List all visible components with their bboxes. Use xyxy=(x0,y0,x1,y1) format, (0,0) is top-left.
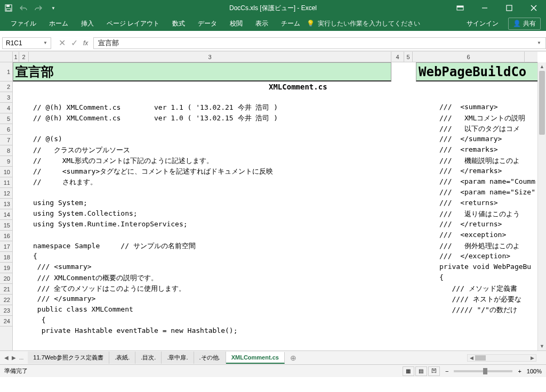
code-row[interactable]: /// </summary> xyxy=(33,295,95,303)
formula-input[interactable]: 宣言部 ▼ xyxy=(93,37,546,49)
enter-formula-icon[interactable]: ✓ xyxy=(71,38,78,48)
section-title-right[interactable]: WebPageBuildCo xyxy=(416,62,546,81)
code-row[interactable]: /// XMLCommentの概要の説明です。 xyxy=(33,273,158,283)
select-all-corner[interactable] xyxy=(0,52,13,62)
code-row-right[interactable]: /// <returns> xyxy=(439,199,546,207)
code-row-right[interactable]: /// 例外処理はこのよ xyxy=(439,241,546,251)
cancel-formula-icon[interactable]: ✕ xyxy=(59,38,66,48)
code-row-right[interactable]: /// <remarks> xyxy=(439,145,546,153)
tell-me-box[interactable]: 💡 実行したい作業を入力してください xyxy=(307,19,420,28)
close-icon[interactable] xyxy=(521,0,546,16)
fx-icon[interactable]: fx xyxy=(83,39,88,47)
code-row-right[interactable]: ///// "/"の数だけ xyxy=(439,305,546,315)
chevron-down-icon[interactable]: ▼ xyxy=(43,40,47,45)
undo-icon[interactable] xyxy=(19,4,28,12)
row-header-20[interactable]: 20 xyxy=(0,273,12,284)
sheet-tab[interactable]: .章中扉. xyxy=(162,352,194,364)
row-header-17[interactable]: 17 xyxy=(0,241,12,252)
scroll-up-icon[interactable]: ▲ xyxy=(538,62,546,71)
zoom-knob[interactable] xyxy=(483,368,487,374)
code-row-right[interactable]: /// <param name="Coumm xyxy=(439,177,546,185)
tab-review[interactable]: 校閲 xyxy=(223,16,249,31)
sheet-tab-active[interactable]: XMLComment.cs xyxy=(226,352,285,364)
add-sheet-icon[interactable]: ⊕ xyxy=(285,354,302,362)
code-row-right[interactable]: /// </exception> xyxy=(439,252,546,260)
signin-link[interactable]: サインイン xyxy=(467,19,499,28)
row-header-24[interactable]: 24 xyxy=(0,316,12,326)
row-header-12[interactable]: 12 xyxy=(0,188,12,199)
code-row[interactable]: // クラスのサンプルソース xyxy=(33,145,130,155)
sheet-tab[interactable]: .目次. xyxy=(135,352,162,364)
cell-grid[interactable]: 宣言部 WebPageBuildCo XMLComment.cs // @(h)… xyxy=(13,62,537,350)
save-icon[interactable] xyxy=(4,4,13,12)
col-header-3[interactable]: 3 xyxy=(29,52,391,62)
sheet-tab[interactable]: .表紙. xyxy=(109,352,135,364)
code-row[interactable]: // されます。 xyxy=(33,177,97,187)
row-header-5[interactable]: 5 xyxy=(0,113,12,124)
col-header-1[interactable]: 1 xyxy=(13,52,19,62)
filename-label[interactable]: XMLComment.cs xyxy=(269,83,327,91)
row-header-18[interactable]: 18 xyxy=(0,252,12,263)
code-row[interactable]: private Hashtable eventTable = new Hasht… xyxy=(33,326,238,334)
tab-insert[interactable]: 挿入 xyxy=(75,16,100,31)
code-row[interactable]: // @(s) xyxy=(33,135,62,143)
code-row-right[interactable]: /// 以下のタグはコメ xyxy=(439,124,546,134)
tab-data[interactable]: データ xyxy=(191,16,223,31)
code-row[interactable]: // XML形式のコメントは下記のように記述します。 xyxy=(33,156,213,166)
redo-icon[interactable] xyxy=(34,4,43,12)
tab-formulas[interactable]: 数式 xyxy=(166,16,191,31)
row-header-13[interactable]: 13 xyxy=(0,199,12,209)
code-row[interactable]: namespace Sample // サンプルの名前空間 xyxy=(33,241,196,251)
zoom-in-icon[interactable]: + xyxy=(518,368,521,374)
scroll-left-icon[interactable]: ◀ xyxy=(468,355,475,361)
code-row[interactable]: using System; xyxy=(33,199,87,207)
code-row[interactable]: // @(h) XMLComment.cs ver 1.0 ( '13.02.1… xyxy=(33,113,278,123)
row-header-6[interactable]: 6 xyxy=(0,124,12,135)
sheet-nav-last-icon[interactable]: ▶ xyxy=(12,355,16,361)
scroll-right-icon[interactable]: ▶ xyxy=(528,355,536,361)
row-header-4[interactable]: 4 xyxy=(0,103,12,113)
code-row-right[interactable]: //// ネストが必要な xyxy=(439,295,546,304)
zoom-out-icon[interactable]: − xyxy=(445,368,448,374)
row-header-3[interactable]: 3 xyxy=(0,92,12,103)
row-header-1[interactable]: 1 xyxy=(0,62,12,81)
sheet-nav-first-icon[interactable]: ◀ xyxy=(4,355,9,361)
code-row[interactable]: public class XMLComment xyxy=(33,305,133,313)
col-header-2[interactable]: 2 xyxy=(19,52,29,62)
view-normal-icon[interactable]: ▦ xyxy=(403,366,414,376)
code-row-right[interactable]: /// </summary> xyxy=(439,135,546,143)
minimize-icon[interactable] xyxy=(472,0,497,16)
share-button[interactable]: 👤 共有 xyxy=(508,18,541,30)
row-header-2[interactable]: 2 xyxy=(0,81,12,92)
code-row[interactable]: { xyxy=(33,252,37,260)
row-header-15[interactable]: 15 xyxy=(0,220,12,231)
code-row[interactable]: /// 全てのメソッドはこのように使用します。 xyxy=(33,284,186,293)
zoom-level[interactable]: 100% xyxy=(527,368,542,374)
row-header-23[interactable]: 23 xyxy=(0,305,12,316)
tab-file[interactable]: ファイル xyxy=(4,16,43,31)
row-header-14[interactable]: 14 xyxy=(0,209,12,220)
row-header-21[interactable]: 21 xyxy=(0,284,12,295)
row-header-19[interactable]: 19 xyxy=(0,263,12,273)
col-header-4[interactable]: 4 xyxy=(391,52,404,62)
zoom-slider[interactable] xyxy=(454,370,512,372)
col-header-6[interactable]: 6 xyxy=(413,52,525,62)
name-box[interactable]: R1C1 ▼ xyxy=(2,37,51,49)
section-title-left[interactable]: 宣言部 xyxy=(13,62,391,81)
sheet-tab[interactable]: .その他. xyxy=(194,352,226,364)
expand-formula-icon[interactable]: ▼ xyxy=(537,40,541,45)
row-header-10[interactable]: 10 xyxy=(0,167,12,177)
row-header-11[interactable]: 11 xyxy=(0,177,12,188)
row-header-8[interactable]: 8 xyxy=(0,145,12,156)
code-row[interactable]: { xyxy=(33,316,45,324)
row-header-9[interactable]: 9 xyxy=(0,156,12,167)
code-row[interactable]: // @(h) XMLComment.cs ver 1.1 ( '13.02.2… xyxy=(33,103,278,112)
code-row-right[interactable]: /// </returns> xyxy=(439,220,546,228)
qat-dropdown-icon[interactable]: ▼ xyxy=(49,4,58,12)
maximize-icon[interactable] xyxy=(497,0,521,16)
hscroll-thumb[interactable] xyxy=(475,355,486,361)
scroll-down-icon[interactable]: ▼ xyxy=(538,342,546,350)
code-row-right[interactable]: { xyxy=(439,273,546,281)
code-row[interactable]: /// <summary> xyxy=(33,263,92,271)
code-row-right[interactable]: /// 返り値はこのよう xyxy=(439,209,546,219)
